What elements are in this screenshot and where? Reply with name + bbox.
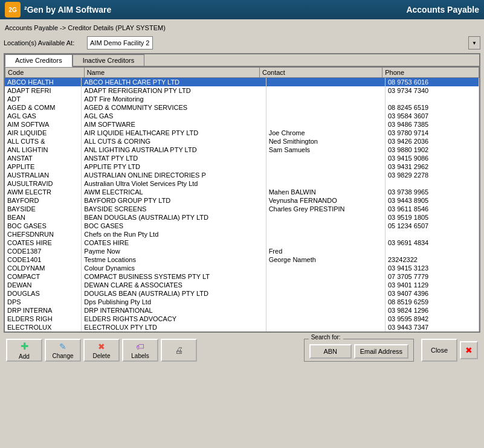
table-row[interactable]: CHEFSDNRUNChefs on the Run Pty Ltd <box>5 230 479 238</box>
table-row[interactable]: ELECTROLUXELECTROLUX PTY LTD03 9443 7347 <box>5 323 479 331</box>
cell-contact <box>266 298 385 306</box>
cell-name: BAYSIDE SCREENS <box>82 205 266 213</box>
cell-contact <box>266 103 385 112</box>
cell-name: AUSTRALIAN ONLINE DIRECTORIES P <box>82 171 266 179</box>
cell-phone: 08 9753 6016 <box>385 78 479 86</box>
table-row[interactable]: COATES HIRECOATES HIRE03 9691 4834 <box>5 238 479 247</box>
cell-phone: 03 9486 7385 <box>385 120 479 129</box>
table-row[interactable]: AGL GASAGL GAS03 9584 3607 <box>5 112 479 120</box>
cell-name: DOUGLAS BEAN (AUSTRALIA) PTY LTD <box>82 289 266 298</box>
cell-code: BOC GASES <box>5 222 82 230</box>
cell-name: ADT Fire Monitoring <box>82 95 266 103</box>
add-label: Add <box>19 353 30 360</box>
close-x-icon: ✖ <box>465 345 473 355</box>
cell-code: BEAN <box>5 213 82 222</box>
table-row[interactable]: AUSTRALIANAUSTRALIAN ONLINE DIRECTORIES … <box>5 171 479 179</box>
cell-phone <box>385 247 479 255</box>
cell-code: ANSTAT <box>5 154 82 162</box>
cell-name: ELECTROLUX PTY LTD <box>82 323 266 331</box>
cell-contact <box>266 95 385 103</box>
cell-contact: Fred <box>266 247 385 255</box>
cell-contact <box>266 171 385 179</box>
cell-code: DRP INTERNA <box>5 306 82 315</box>
location-select-wrapper[interactable]: AIM Demo Facility 2 AIM Demo Facility 1 … <box>87 36 480 50</box>
cell-code: AGED & COMM <box>5 103 82 112</box>
table-row[interactable]: COMPACTCOMPACT BUSINESS SYSTEMS PTY LT07… <box>5 272 479 281</box>
cell-code: ELECTROLUX <box>5 323 82 331</box>
cell-name: ABCO HEALTH CARE PTY LTD <box>82 78 266 86</box>
cell-phone: 03 9401 1129 <box>385 281 479 289</box>
close-icon-button[interactable]: ✖ <box>460 341 478 359</box>
cell-phone: 05 1234 6507 <box>385 222 479 230</box>
table-row[interactable]: CODE1387Payme NowFred <box>5 247 479 255</box>
table-row[interactable]: ADTADT Fire Monitoring <box>5 95 479 103</box>
cell-name: COATES HIRE <box>82 238 266 247</box>
col-header-name: Name <box>84 68 259 78</box>
search-for-label: Search for: <box>309 334 343 341</box>
table-row[interactable]: BAYSIDEBAYSIDE SCREENSCharles Grey PREST… <box>5 205 479 213</box>
labels-button[interactable]: 🏷 Labels <box>122 339 158 362</box>
delete-icon: ✖ <box>98 342 105 351</box>
cell-phone: 03 9824 1296 <box>385 306 479 315</box>
cell-contact <box>266 213 385 222</box>
table-row[interactable]: BEANBEAN DOUGLAS (AUSTRALIA) PTY LTD03 9… <box>5 213 479 222</box>
table-row[interactable]: ADAPT REFRIADAPT REFRIGERATION PTY LTD03… <box>5 86 479 95</box>
cell-contact <box>266 154 385 162</box>
cell-phone: 03 9431 2962 <box>385 162 479 171</box>
cell-phone: 03 9415 3123 <box>385 264 479 272</box>
table-row[interactable]: ABCO HEALTHABCO HEALTH CARE PTY LTD08 97… <box>5 78 479 86</box>
table-row[interactable]: AWM ELECTRAWM ELECTRICALMahen BALWIN03 9… <box>5 188 479 196</box>
cell-code: ALL CUTS & <box>5 137 82 146</box>
table-row[interactable]: ANL LIGHTINANL LIGHTING AUSTRALIA PTY LT… <box>5 146 479 154</box>
table-row[interactable]: BOC GASESBOC GASES05 1234 6507 <box>5 222 479 230</box>
table-row[interactable]: DRP INTERNADRP INTERNATIONAL03 9824 1296 <box>5 306 479 315</box>
table-row[interactable]: APPLITEAPPLITE PTY LTD03 9431 2962 <box>5 162 479 171</box>
cell-name: ELDERS RIGHTS ADVOCACY <box>82 315 266 323</box>
cell-name: ANSTAT PTY LTD <box>82 154 266 162</box>
table-row[interactable]: BAYFORDBAYFORD GROUP PTY LTDVeynusha FER… <box>5 196 479 205</box>
location-select-arrow[interactable]: ▼ <box>468 36 480 50</box>
cell-contact <box>266 78 385 86</box>
cell-phone: 03 9407 4396 <box>385 289 479 298</box>
abn-search-button[interactable]: ABN <box>309 344 352 359</box>
table-wrapper[interactable]: ABCO HEALTHABCO HEALTH CARE PTY LTD08 97… <box>5 78 479 331</box>
cell-contact <box>266 289 385 298</box>
table-row[interactable]: DOUGLASDOUGLAS BEAN (AUSTRALIA) PTY LTD0… <box>5 289 479 298</box>
tab-inactive-creditors[interactable]: Inactive Creditors <box>73 54 145 66</box>
table-row[interactable]: ALL CUTS &ALL CUTS & CORINGNed Smithingt… <box>5 137 479 146</box>
app-name: ²Gen by AIM Software <box>24 5 111 14</box>
cell-phone <box>385 230 479 238</box>
change-label: Change <box>52 353 73 359</box>
close-button[interactable]: Close <box>421 339 457 362</box>
cell-contact <box>266 86 385 95</box>
location-select[interactable]: AIM Demo Facility 2 AIM Demo Facility 1 <box>87 36 153 50</box>
table-row[interactable]: AIR LIQUIDEAIR LIQUIDE HEALTHCARE PTY LT… <box>5 129 479 137</box>
cell-name: AWM ELECTRICAL <box>82 188 266 196</box>
cell-name: AGL GAS <box>82 112 266 120</box>
table-row[interactable]: COLDYNAMColour Dynamics03 9415 3123 <box>5 264 479 272</box>
cell-contact: Charles Grey PRESTIPIN <box>266 205 385 213</box>
table-row[interactable]: AUSULTRAVIDAustralian Ultra Violet Servi… <box>5 179 479 188</box>
table-row[interactable]: DPSDps Publishing Pty Ltd08 8519 6259 <box>5 298 479 306</box>
tab-active-creditors[interactable]: Active Creditors <box>5 54 73 67</box>
table-row[interactable]: AGED & COMMAGED & COMMUNITY SERVICES08 8… <box>5 103 479 112</box>
change-button[interactable]: ✎ Change <box>45 339 81 362</box>
table-row[interactable]: AIM SOFTWAAIM SOFTWARE03 9486 7385 <box>5 120 479 129</box>
cell-code: COATES HIRE <box>5 238 82 247</box>
cell-phone: 08 8519 6259 <box>385 298 479 306</box>
cell-name: AGED & COMMUNITY SERVICES <box>82 103 266 112</box>
delete-button[interactable]: ✖ Delete <box>83 339 120 362</box>
add-button[interactable]: ✚ Add <box>6 339 42 362</box>
cell-code: AGL GAS <box>5 112 82 120</box>
table-row[interactable]: ANSTATANSTAT PTY LTD03 9415 9086 <box>5 154 479 162</box>
email-search-button[interactable]: Email Address <box>354 344 408 359</box>
print-button[interactable]: 🖨 <box>161 339 197 362</box>
table-row[interactable]: CODE1401Testme LocationsGeorge Nameth232… <box>5 255 479 264</box>
cell-contact: Sam Samuels <box>266 146 385 154</box>
table-row[interactable]: DEWANDEWAN CLARE & ASSOCIATES03 9401 112… <box>5 281 479 289</box>
cell-name: Dps Publishing Pty Ltd <box>82 298 266 306</box>
labels-icon: 🏷 <box>136 342 144 351</box>
table-row[interactable]: ELDERS RIGHELDERS RIGHTS ADVOCACY03 9595… <box>5 315 479 323</box>
cell-name: COMPACT BUSINESS SYSTEMS PTY LT <box>82 272 266 281</box>
cell-phone: 03 9443 7347 <box>385 323 479 331</box>
